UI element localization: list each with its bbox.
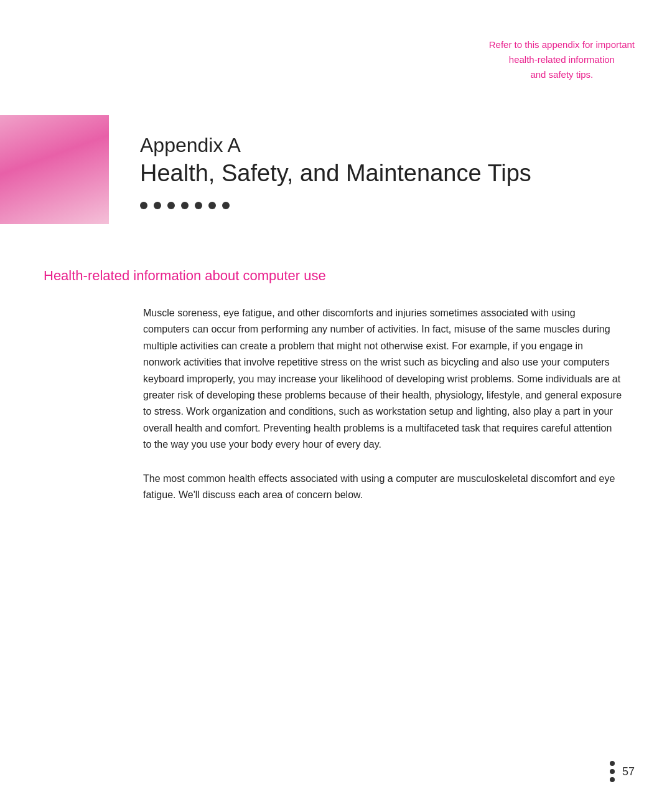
header-text-block: Appendix A Health, Safety, and Maintenan…	[109, 115, 672, 224]
page-dot-2	[610, 769, 615, 774]
sidebar-note-line3: and safety tips.	[530, 69, 593, 80]
sidebar-note-line1: Refer to this appendix for important	[489, 39, 635, 50]
body-paragraph-1: Muscle soreness, eye fatigue, and other …	[143, 305, 622, 453]
gradient-decoration	[0, 115, 109, 224]
body-text-area: Muscle soreness, eye fatigue, and other …	[143, 305, 622, 521]
dot-2	[154, 202, 161, 209]
section-heading: Health-related information about compute…	[44, 268, 326, 284]
page-container: Refer to this appendix for important hea…	[0, 0, 672, 807]
appendix-title: Health, Safety, and Maintenance Tips	[140, 159, 672, 188]
page-dots-decoration	[610, 761, 615, 782]
dot-6	[208, 202, 216, 209]
dot-3	[167, 202, 175, 209]
page-number: 57	[622, 765, 635, 778]
dot-5	[195, 202, 202, 209]
decorative-dots-row	[140, 202, 672, 209]
dot-1	[140, 202, 147, 209]
sidebar-note-line2: health-related information	[509, 54, 615, 65]
page-dot-3	[610, 777, 615, 782]
sidebar-note: Refer to this appendix for important hea…	[489, 37, 635, 82]
page-number-area: 57	[610, 761, 635, 782]
page-dot-1	[610, 761, 615, 766]
header-section: Appendix A Health, Safety, and Maintenan…	[0, 115, 672, 224]
appendix-label: Appendix A	[140, 134, 672, 157]
dot-4	[181, 202, 189, 209]
dot-7	[222, 202, 230, 209]
body-paragraph-2: The most common health effects associate…	[143, 471, 622, 504]
